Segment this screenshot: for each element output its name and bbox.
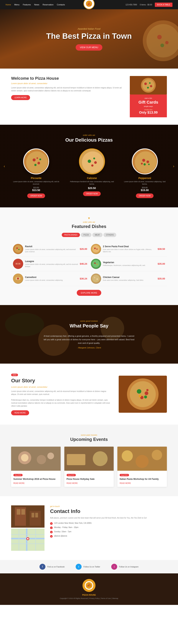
- story-read-more-button[interactable]: READ MORE: [11, 410, 29, 415]
- phone-number: 123-456-7890: [126, 4, 137, 6]
- welcome-description: Lorem ipsum dolor sit amet, consectetur …: [11, 86, 126, 92]
- nav-features[interactable]: Features: [23, 4, 31, 6]
- svg-point-33: [144, 163, 146, 166]
- address-text: 123 London New Street, New York, CA 1000…: [54, 522, 92, 524]
- event-link-2[interactable]: READ MORE: [120, 482, 131, 484]
- contact-map-svg: [11, 528, 44, 551]
- social-handles-text: @pizza @pizza: [54, 535, 67, 537]
- event-svg-2: [117, 447, 167, 471]
- svg-point-6: [157, 35, 162, 39]
- dish-svg-5: [91, 274, 101, 284]
- pizza-svg-2: [132, 149, 158, 174]
- welcome-subtitle: Lorem ipsum dolor sit amet, consectetur: [11, 82, 126, 84]
- svg-point-26: [94, 161, 97, 164]
- dish-item-3: Vegetarian Pellentesque, Mushroom, conse…: [89, 256, 167, 271]
- nav-contacts[interactable]: Contacts: [57, 4, 65, 6]
- welcome-cards: ever a fun Gift Cards simple ways simply…: [130, 76, 167, 117]
- nav-home[interactable]: Home: [6, 4, 11, 6]
- svg-rect-45: [15, 263, 21, 265]
- svg-point-67: [137, 389, 141, 394]
- gift-card-title: Gift Cards: [132, 100, 164, 105]
- pizza-desc-2: Lorem ipsum dolor sit amet, consectetur …: [122, 180, 167, 185]
- contact-info-block: get in touch Contact Info Adit places, p…: [50, 506, 167, 551]
- svg-point-84: [152, 450, 162, 460]
- social-facebook[interactable]: f Find us on Facebook: [40, 564, 64, 570]
- event-date-1: Aug 2016: [66, 474, 76, 476]
- event-body-2: Aug 2016 Italian Pasta Workshop for All …: [117, 471, 167, 487]
- svg-point-54: [17, 278, 19, 280]
- event-link-1[interactable]: READ MORE: [66, 482, 78, 484]
- social-icon: ●: [50, 535, 53, 538]
- book-table-button[interactable]: BOOK A TABLE: [155, 2, 172, 7]
- dish-info-2: Lasagne Lorem ipsum dolor sit amet, cons…: [25, 260, 78, 268]
- facebook-label: Find us on Facebook: [47, 566, 64, 568]
- event-link-0[interactable]: READ MORE: [13, 482, 25, 484]
- welcome-section: Welcome to Pizza House Lorem ipsum dolor…: [0, 68, 178, 125]
- dish-price-2: $46.24: [80, 262, 87, 265]
- contact-restaurant-image: [11, 506, 44, 528]
- welcome-title: Welcome to Pizza House: [11, 76, 126, 81]
- svg-point-21: [39, 158, 41, 160]
- dish-svg-0: [13, 244, 23, 254]
- order-button-0[interactable]: ORDER NOW: [27, 194, 45, 198]
- pizzas-title: Our Delicious Pizzas: [11, 137, 167, 143]
- dish-svg-1: [91, 244, 101, 254]
- explore-more-button[interactable]: EXPLORE MORE: [77, 290, 101, 296]
- welcome-text-block: Welcome to Pizza House Lorem ipsum dolor…: [11, 76, 126, 100]
- dish-price-1: $38.50: [158, 248, 165, 250]
- filter-others[interactable]: OTHERS: [104, 233, 116, 237]
- order-button-2[interactable]: ORDER NOW: [136, 194, 154, 198]
- svg-point-1: [88, 4, 89, 4]
- dish-price-5: $35.00: [158, 277, 165, 280]
- learn-more-button[interactable]: LEARN MORE: [11, 95, 30, 100]
- story-image: [119, 376, 167, 413]
- pizzas-next-button[interactable]: ›: [173, 164, 174, 168]
- filter-pizza[interactable]: PIZZA: [81, 233, 91, 237]
- contact-hours-weekend: ● Sunday: 10am - 7pm: [50, 530, 167, 533]
- clock-weekend-icon: ●: [50, 531, 53, 533]
- instagram-label: Follow Us on Instagram: [119, 566, 138, 568]
- nav-reservation[interactable]: Reservation: [43, 4, 54, 6]
- svg-point-30: [135, 152, 156, 173]
- svg-point-38: [16, 248, 18, 249]
- dish-price-0: $26.00: [80, 248, 87, 250]
- gift-card-label: simply pies: [132, 109, 164, 111]
- featured-label: order who we: [11, 221, 167, 223]
- nav-links: Home Menu Features News Reservation Cont…: [6, 4, 65, 6]
- filter-meat[interactable]: MEAT: [92, 233, 102, 237]
- our-story-section: NEW Our Story Lorem ipsum dolor sit amet…: [0, 364, 178, 424]
- filter-pasta[interactable]: PASTA DISHES: [62, 233, 80, 237]
- pizzas-prev-button[interactable]: ‹: [4, 164, 5, 168]
- svg-point-22: [36, 157, 38, 159]
- event-image-2: [117, 447, 167, 471]
- social-twitter[interactable]: t Follow Us on Twitter: [76, 564, 100, 570]
- pizza-old-price-0: $22.50: [11, 186, 61, 189]
- testimonial-author: - Margaret Johnson, Client: [11, 346, 167, 349]
- svg-point-104: [90, 584, 90, 586]
- nav-news[interactable]: News: [34, 4, 39, 6]
- pizza-logo-icon: [86, 0, 92, 7]
- dish-name-3: Vegetarian: [103, 261, 156, 264]
- gift-card-price: Only $13.99: [132, 111, 164, 114]
- svg-point-20: [34, 164, 36, 166]
- featured-divider-icon: ▼: [88, 217, 90, 220]
- event-title-1: Pizza House Hollyday Sale: [66, 478, 112, 480]
- svg-point-13: [150, 85, 152, 87]
- footer: PIZZA HOUSE Copyright © 2016 All Rights …: [0, 574, 178, 605]
- hero-cta-button[interactable]: VIEW OUR MENU: [76, 44, 102, 50]
- svg-rect-90: [32, 513, 34, 518]
- dish-item-0: Ravioli Lorem ipsum dolor sit amet, cons…: [11, 242, 89, 256]
- svg-point-71: [139, 395, 141, 397]
- order-button-1[interactable]: ORDER NOW: [83, 192, 101, 196]
- svg-point-31: [142, 159, 145, 162]
- food-svg: [130, 76, 167, 94]
- svg-point-72: [146, 389, 148, 391]
- story-svg: [119, 376, 167, 413]
- social-instagram[interactable]: i Follow Us on Instagram: [111, 564, 138, 570]
- social-section: f Find us on Facebook t Follow Us on Twi…: [0, 560, 178, 574]
- svg-point-15: [149, 82, 150, 84]
- dish-image-4: [13, 274, 23, 284]
- nav-menu[interactable]: Menu: [14, 4, 20, 6]
- dish-item-4: Cannelloni Lorem ipsum dolor sit amet, c…: [11, 271, 89, 286]
- svg-point-56: [92, 275, 100, 282]
